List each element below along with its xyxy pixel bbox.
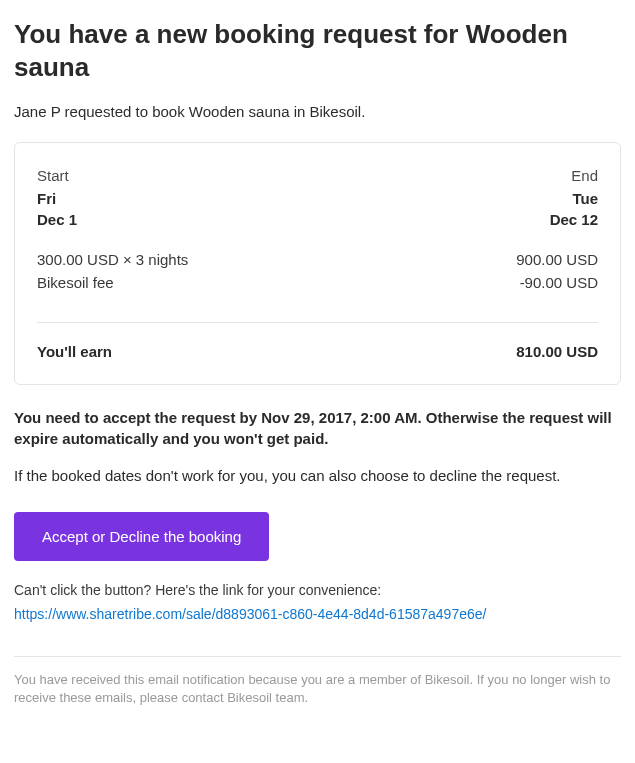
intro-text: Jane P requested to book Wooden sauna in… xyxy=(14,101,621,122)
total-amount: 810.00 USD xyxy=(516,341,598,362)
footer-divider xyxy=(14,656,621,657)
fallback-link[interactable]: https://www.sharetribe.com/sale/d8893061… xyxy=(14,605,486,625)
line-items: 300.00 USD × 3 nights 900.00 USD Bikesoi… xyxy=(37,248,598,294)
start-day: Fri xyxy=(37,188,77,209)
start-label: Start xyxy=(37,165,77,186)
start-date-column: Start Fri Dec 1 xyxy=(37,165,77,230)
line-item: 300.00 USD × 3 nights 900.00 USD xyxy=(37,248,598,271)
booking-summary-card: Start Fri Dec 1 End Tue Dec 12 300.00 US… xyxy=(14,142,621,385)
total-row: You'll earn 810.00 USD xyxy=(37,341,598,362)
fallback-text: Can't click the button? Here's the link … xyxy=(14,581,621,601)
line-item-amount: -90.00 USD xyxy=(520,272,598,293)
booking-dates: Start Fri Dec 1 End Tue Dec 12 xyxy=(37,165,598,230)
total-label: You'll earn xyxy=(37,341,112,362)
accept-decline-button[interactable]: Accept or Decline the booking xyxy=(14,512,269,561)
line-item: Bikesoil fee -90.00 USD xyxy=(37,271,598,294)
decline-note: If the booked dates don't work for you, … xyxy=(14,465,621,486)
line-item-label: Bikesoil fee xyxy=(37,272,114,293)
card-divider xyxy=(37,322,598,323)
line-item-label: 300.00 USD × 3 nights xyxy=(37,249,188,270)
end-date-column: End Tue Dec 12 xyxy=(550,165,598,230)
end-date: Dec 12 xyxy=(550,209,598,230)
start-date: Dec 1 xyxy=(37,209,77,230)
footer-text: You have received this email notificatio… xyxy=(14,671,621,707)
line-item-amount: 900.00 USD xyxy=(516,249,598,270)
end-day: Tue xyxy=(572,188,598,209)
email-title: You have a new booking request for Woode… xyxy=(14,18,621,83)
deadline-text: You need to accept the request by Nov 29… xyxy=(14,407,621,449)
end-label: End xyxy=(571,165,598,186)
